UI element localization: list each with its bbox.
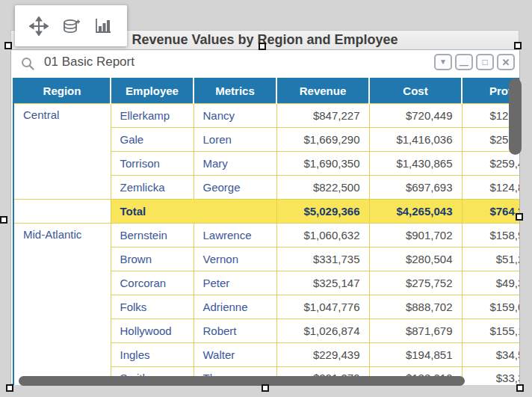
window-dropdown-button[interactable]: ▼ — [434, 54, 452, 70]
metrics-cell[interactable]: Walter — [194, 342, 276, 366]
region-label: Mid-Atlantic — [23, 228, 78, 242]
selection-handle-top-left[interactable] — [4, 42, 12, 49]
revenue-cell[interactable]: $822,500 — [276, 175, 369, 199]
cost-cell[interactable]: $720,449 — [369, 103, 462, 127]
cost-cell[interactable]: $888,702 — [369, 295, 462, 318]
metrics-cell[interactable]: George — [194, 175, 276, 199]
selection-handle-top-right[interactable] — [514, 42, 522, 49]
region-label: Central — [23, 108, 59, 123]
employee-cell[interactable]: Gale — [111, 127, 194, 151]
region-cell[interactable]: Central — [13, 103, 111, 199]
revenue-cell[interactable]: $229,439 — [276, 342, 369, 366]
column-header-employee[interactable]: Employee — [111, 79, 194, 103]
profit-cell[interactable]: $33,369 — [462, 366, 519, 385]
profit-cell[interactable]: $159,074 — [462, 295, 519, 318]
selection-handle-bottom-center[interactable] — [262, 384, 269, 392]
chart-icon[interactable] — [93, 16, 113, 36]
revenue-cell[interactable]: $1,690,350 — [276, 151, 369, 175]
selection-handle-bottom-right[interactable] — [516, 384, 524, 392]
total-revenue-cell[interactable]: $5,029,366 — [276, 199, 369, 223]
cost-cell[interactable]: $901,702 — [369, 223, 462, 247]
grid-row: CentralEllerkampNancy$847,227$720,449$12… — [13, 103, 519, 127]
employee-cell[interactable]: Folks — [111, 295, 194, 318]
region-empty-cell[interactable] — [13, 199, 111, 223]
report-window-header[interactable]: 01 Basic Report ▼—□✕ — [11, 50, 519, 77]
close-icon: ✕ — [502, 58, 510, 67]
horizontal-scrollbar-thumb[interactable] — [19, 376, 465, 386]
revenue-cell[interactable]: $1,060,632 — [276, 223, 369, 247]
selection-handle-bottom-left[interactable] — [6, 384, 13, 392]
profit-cell[interactable]: $259,485 — [462, 151, 519, 175]
maximize-icon: □ — [482, 58, 487, 67]
metrics-cell[interactable]: Loren — [194, 127, 276, 151]
metrics-cell[interactable]: Mary — [194, 151, 276, 175]
employee-cell[interactable]: Zemlicka — [111, 175, 194, 199]
profit-cell[interactable]: $155,195 — [462, 318, 519, 342]
window-maximize-button[interactable]: □ — [476, 54, 494, 70]
cost-cell[interactable]: $697,693 — [369, 175, 462, 199]
grid-total-row: Total$5,029,366$4,265,043$764,323 — [13, 199, 519, 223]
report-window[interactable]: 01 Basic Report ▼—□✕ RegionEmployeeMetri… — [10, 49, 520, 384]
floating-toolbar — [15, 5, 127, 46]
grid-header-row: RegionEmployeeMetricsRevenueCostProfit — [13, 79, 519, 103]
cost-cell[interactable]: $280,504 — [369, 247, 462, 271]
employee-cell[interactable]: Ingles — [111, 342, 194, 366]
region-cell[interactable]: Mid-Atlantic — [13, 223, 111, 385]
metrics-cell[interactable]: Robert — [194, 318, 276, 342]
employee-cell[interactable]: Bernstein — [111, 223, 194, 247]
selection-handle-middle-left[interactable] — [0, 216, 7, 224]
selection-handle-middle-right[interactable] — [516, 213, 523, 221]
employee-cell[interactable]: Hollywood — [111, 318, 194, 342]
revenue-cell[interactable]: $1,026,874 — [276, 318, 369, 342]
column-header-metrics[interactable]: Metrics — [194, 79, 276, 103]
window-close-button[interactable]: ✕ — [497, 54, 515, 70]
metrics-cell[interactable]: Nancy — [194, 103, 276, 127]
window-minimize-button[interactable]: — — [455, 54, 473, 70]
selection-handle-top-center[interactable] — [259, 43, 266, 50]
profit-cell[interactable]: $51,231 — [462, 247, 519, 271]
dropdown-icon: ▼ — [439, 58, 447, 66]
employee-cell[interactable]: Torrison — [111, 151, 194, 175]
column-header-cost[interactable]: Cost — [369, 79, 462, 103]
search-icon[interactable] — [20, 56, 35, 71]
cost-cell[interactable]: $194,851 — [369, 342, 462, 366]
total-label-cell[interactable]: Total — [111, 199, 276, 223]
revenue-cell[interactable]: $1,669,290 — [276, 127, 369, 151]
report-name: 01 Basic Report — [44, 55, 134, 70]
vertical-scrollbar-thumb[interactable] — [509, 79, 522, 155]
profit-cell[interactable]: $49,395 — [462, 271, 519, 295]
revenue-cell[interactable]: $331,735 — [276, 247, 369, 271]
employee-cell[interactable]: Brown — [111, 247, 194, 271]
dataset-icon[interactable] — [61, 16, 81, 36]
report-grid: RegionEmployeeMetricsRevenueCostProfit C… — [13, 78, 519, 385]
profit-cell[interactable]: $124,807 — [462, 175, 519, 199]
grid-row: Mid-AtlanticBernsteinLawrence$1,060,632$… — [13, 223, 519, 247]
cost-cell[interactable]: $871,679 — [369, 318, 462, 342]
metrics-cell[interactable]: Vernon — [194, 247, 276, 271]
revenue-cell[interactable]: $1,047,776 — [276, 295, 369, 318]
total-cost-cell[interactable]: $4,265,043 — [369, 199, 462, 223]
cost-cell[interactable]: $1,430,865 — [369, 151, 462, 175]
employee-cell[interactable]: Ellerkamp — [111, 103, 194, 127]
profit-cell[interactable]: $158,930 — [462, 223, 519, 247]
metrics-cell[interactable]: Adrienne — [194, 295, 276, 318]
profit-cell[interactable]: $34,588 — [462, 342, 519, 366]
metrics-cell[interactable]: Lawrence — [194, 223, 276, 247]
total-profit-cell[interactable]: $764,323 — [462, 199, 519, 223]
employee-cell[interactable]: Corcoran — [111, 271, 194, 295]
minimize-icon: — — [460, 61, 468, 70]
column-header-revenue[interactable]: Revenue — [276, 79, 369, 103]
window-controls: ▼—□✕ — [434, 54, 515, 70]
cost-cell[interactable]: $1,416,036 — [369, 127, 462, 151]
revenue-cell[interactable]: $325,147 — [276, 271, 369, 295]
metrics-cell[interactable]: Peter — [194, 271, 276, 295]
grid-viewport[interactable]: RegionEmployeeMetricsRevenueCostProfit C… — [13, 78, 519, 385]
cost-cell[interactable]: $275,752 — [369, 271, 462, 295]
move-icon[interactable] — [29, 16, 49, 36]
column-header-region[interactable]: Region — [13, 79, 111, 103]
revenue-cell[interactable]: $847,227 — [276, 103, 369, 127]
